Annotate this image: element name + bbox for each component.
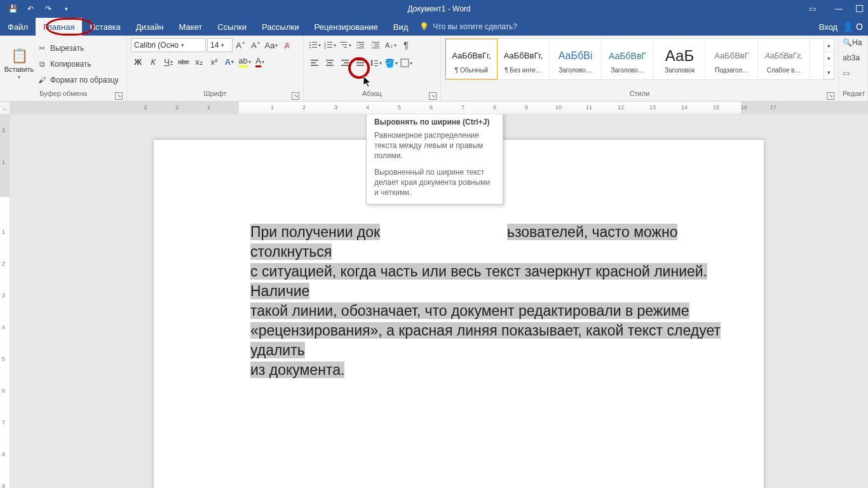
tab-view[interactable]: Вид bbox=[386, 18, 416, 36]
svg-rect-18 bbox=[356, 48, 364, 48]
undo-icon[interactable]: ↶ bbox=[23, 1, 38, 17]
tab-design[interactable]: Дизайн bbox=[128, 18, 172, 36]
ribbon-display-icon[interactable]: ▭ bbox=[799, 0, 825, 18]
lightbulb-icon: 💡 bbox=[419, 22, 429, 31]
group-font: Calibri (Осно▾ 14▾ A˄ A˅ Aa A̷ Ж К Ч abc… bbox=[127, 36, 304, 101]
numbering-button[interactable]: 123 bbox=[323, 38, 337, 52]
borders-button[interactable] bbox=[399, 56, 413, 70]
tell-me-search[interactable]: 💡 Что вы хотите сделать? bbox=[419, 18, 517, 36]
vertical-ruler[interactable]: 21123456789 bbox=[0, 114, 10, 488]
highlight-color-button[interactable]: ab bbox=[238, 55, 252, 69]
font-dialog-launcher[interactable]: ↘ bbox=[292, 92, 299, 100]
tab-mailings[interactable]: Рассылки bbox=[254, 18, 306, 36]
increase-indent-button[interactable] bbox=[369, 38, 383, 52]
minimize-icon[interactable]: — bbox=[826, 0, 851, 18]
chevron-down-icon[interactable]: ▾ bbox=[824, 52, 834, 65]
align-left-button[interactable] bbox=[308, 56, 322, 70]
grow-font-button[interactable]: A˄ bbox=[234, 38, 248, 52]
copy-button[interactable]: ⧉Копировать bbox=[34, 57, 121, 71]
style-item[interactable]: АаБбВвГЗаголово… bbox=[602, 39, 654, 79]
replace-button[interactable]: abЗа bbox=[843, 53, 862, 67]
style-item[interactable]: АаБбВвГг,Слабое в… bbox=[758, 39, 810, 79]
styles-more-icon[interactable]: ▾ bbox=[824, 66, 834, 79]
tab-references[interactable]: Ссылки bbox=[210, 18, 254, 36]
style-item[interactable]: АаБбВвГг,¶ Без инте… bbox=[498, 39, 550, 79]
cut-button[interactable]: ✂Вырезать bbox=[34, 41, 121, 55]
svg-rect-21 bbox=[374, 44, 379, 44]
svg-rect-26 bbox=[311, 62, 316, 64]
styles-gallery-scroll[interactable]: ▴ ▾ ▾ bbox=[824, 39, 834, 79]
change-case-button[interactable]: Aa bbox=[264, 38, 278, 52]
tab-home[interactable]: Главная bbox=[36, 18, 82, 36]
document-canvas[interactable]: При получении докьзователей, часто можно… bbox=[10, 114, 868, 488]
document-text[interactable]: При получении докьзователей, часто можно… bbox=[250, 222, 752, 380]
ruler-corner: ∟ bbox=[0, 102, 10, 114]
group-styles: АаБбВвГг,¶ ОбычныйАаБбВвГг,¶ Без инте…Аа… bbox=[441, 36, 839, 101]
decrease-indent-button[interactable] bbox=[353, 38, 367, 52]
strike-button[interactable]: abc bbox=[177, 55, 191, 69]
window-controls: ▭ — ☐ bbox=[799, 0, 868, 18]
superscript-button[interactable]: x² bbox=[207, 55, 221, 69]
sort-button[interactable]: A↓ bbox=[384, 38, 398, 52]
search-icon: 🔍 bbox=[843, 38, 852, 47]
text-effects-button[interactable]: A bbox=[222, 55, 236, 69]
bold-button[interactable]: Ж bbox=[131, 55, 145, 69]
paste-label: Вставить bbox=[4, 65, 34, 73]
styles-dialog-launcher[interactable]: ↘ bbox=[827, 92, 834, 100]
select-button[interactable]: ▭ bbox=[843, 69, 862, 83]
align-right-button[interactable] bbox=[338, 56, 352, 70]
style-item[interactable]: АаБбВвГг,¶ Обычный bbox=[445, 39, 498, 79]
justify-button[interactable] bbox=[353, 56, 367, 70]
line-spacing-button[interactable] bbox=[369, 56, 383, 70]
show-marks-button[interactable]: ¶ bbox=[399, 38, 413, 52]
tab-review[interactable]: Рецензирование bbox=[306, 18, 385, 36]
ribbon: 📋 Вставить ▾ ✂Вырезать ⧉Копировать 🖌Форм… bbox=[0, 36, 868, 102]
ribbon-tabs: Файл Главная Вставка Дизайн Макет Ссылки… bbox=[0, 18, 868, 36]
shrink-font-button[interactable]: A˅ bbox=[249, 38, 263, 52]
tab-insert[interactable]: Вставка bbox=[82, 18, 128, 36]
chevron-up-icon[interactable]: ▴ bbox=[824, 39, 834, 52]
underline-button[interactable]: Ч bbox=[161, 55, 175, 69]
group-paragraph-label: Абзац bbox=[362, 90, 382, 97]
shading-button[interactable]: 🪣 bbox=[384, 56, 398, 70]
find-button[interactable]: 🔍На bbox=[843, 38, 862, 52]
paste-button[interactable]: 📋 Вставить ▾ bbox=[4, 38, 34, 90]
svg-rect-35 bbox=[356, 62, 364, 64]
group-font-label: Шрифт bbox=[203, 90, 226, 97]
svg-rect-11 bbox=[327, 47, 332, 48]
style-item[interactable]: АаБбВвГПодзагол… bbox=[706, 39, 758, 79]
horizontal-ruler[interactable]: 3211234567891011121314151617 bbox=[10, 102, 868, 114]
redo-icon[interactable]: ↷ bbox=[41, 1, 56, 17]
svg-rect-41 bbox=[401, 59, 409, 67]
align-center-button[interactable] bbox=[323, 56, 337, 70]
paragraph-dialog-launcher[interactable]: ↘ bbox=[429, 92, 437, 100]
font-name-combo[interactable]: Calibri (Осно▾ bbox=[131, 38, 206, 52]
sign-in-link[interactable]: Вход bbox=[819, 22, 837, 32]
bullets-button[interactable] bbox=[308, 38, 322, 52]
svg-rect-34 bbox=[356, 60, 364, 61]
share-icon[interactable]: 👤 О bbox=[843, 22, 863, 32]
tab-file[interactable]: Файл bbox=[0, 18, 36, 36]
clear-format-button[interactable]: A̷ bbox=[280, 38, 294, 52]
svg-rect-37 bbox=[371, 61, 372, 65]
svg-marker-24 bbox=[372, 44, 373, 46]
quick-access-toolbar: 💾 ↶ ↷ ▾ bbox=[0, 1, 79, 17]
svg-rect-22 bbox=[374, 46, 379, 46]
tab-layout[interactable]: Макет bbox=[171, 18, 210, 36]
svg-rect-20 bbox=[372, 42, 379, 43]
styles-gallery[interactable]: АаБбВвГг,¶ ОбычныйАаБбВвГг,¶ Без инте…Аа… bbox=[445, 38, 834, 80]
maximize-icon[interactable]: ☐ bbox=[853, 0, 865, 18]
italic-button[interactable]: К bbox=[146, 55, 160, 69]
style-item[interactable]: АаБбВіЗаголово… bbox=[550, 39, 602, 79]
qat-customize-icon[interactable]: ▾ bbox=[58, 1, 74, 17]
font-color-button[interactable]: A bbox=[253, 55, 267, 69]
style-item[interactable]: АаБЗаголовок bbox=[654, 39, 706, 79]
multilevel-list-button[interactable] bbox=[338, 38, 352, 52]
subscript-button[interactable]: x₂ bbox=[192, 55, 206, 69]
svg-rect-33 bbox=[341, 65, 349, 66]
paste-icon: 📋 bbox=[11, 48, 28, 64]
font-size-combo[interactable]: 14▾ bbox=[207, 38, 233, 52]
clipboard-dialog-launcher[interactable]: ↘ bbox=[115, 92, 123, 100]
format-painter-button[interactable]: 🖌Формат по образцу bbox=[34, 73, 121, 87]
save-icon[interactable]: 💾 bbox=[5, 1, 20, 17]
